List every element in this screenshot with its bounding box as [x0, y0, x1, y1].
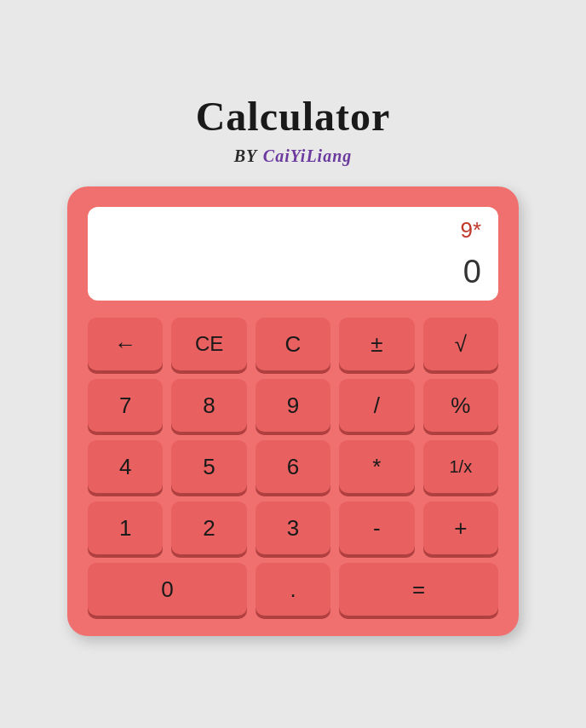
percent-button[interactable]: % — [423, 379, 498, 432]
ce-button[interactable]: CE — [171, 318, 246, 370]
backspace-button[interactable]: ← — [88, 318, 163, 370]
four-button[interactable]: 4 — [88, 440, 163, 493]
three-button[interactable]: 3 — [256, 502, 330, 554]
display-result: 0 — [463, 254, 481, 290]
nine-button[interactable]: 9 — [256, 379, 330, 432]
two-button[interactable]: 2 — [171, 502, 246, 554]
zero-button[interactable]: 0 — [88, 563, 247, 616]
seven-button[interactable]: 7 — [88, 379, 163, 432]
buttons-grid: ← CE C ± √ 7 8 9 / % 4 5 6 * 1/x 1 2 3 -… — [88, 318, 498, 616]
plusminus-button[interactable]: ± — [339, 318, 414, 370]
subtract-button[interactable]: - — [339, 502, 414, 554]
clear-button[interactable]: C — [256, 318, 330, 370]
one-button[interactable]: 1 — [88, 502, 163, 554]
divide-button[interactable]: / — [339, 379, 414, 432]
subtitle-by: BY — [234, 146, 258, 165]
multiply-button[interactable]: * — [339, 440, 414, 493]
six-button[interactable]: 6 — [256, 440, 330, 493]
subtitle-author: CaiYiLiang — [263, 146, 352, 165]
five-button[interactable]: 5 — [171, 440, 246, 493]
display: 9* 0 — [88, 207, 498, 301]
page-title: Calculator — [196, 93, 391, 140]
add-button[interactable]: + — [423, 502, 498, 554]
equals-button[interactable]: = — [339, 563, 498, 616]
calculator: 9* 0 ← CE C ± √ 7 8 9 / % 4 5 6 * 1/x 1 … — [67, 186, 519, 636]
subtitle: BY CaiYiLiang — [234, 146, 353, 166]
decimal-button[interactable]: . — [256, 563, 330, 616]
eight-button[interactable]: 8 — [171, 379, 246, 432]
display-expression: 9* — [460, 217, 481, 244]
sqrt-button[interactable]: √ — [423, 318, 498, 370]
reciprocal-button[interactable]: 1/x — [423, 440, 498, 493]
